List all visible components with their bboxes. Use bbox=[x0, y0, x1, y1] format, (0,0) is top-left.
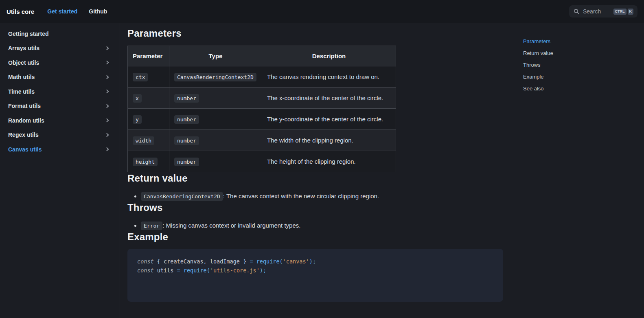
param-cell: y bbox=[128, 109, 169, 130]
code-token: createCanvas bbox=[164, 258, 204, 265]
code-token bbox=[154, 267, 157, 274]
sidebar-nav: Getting startedArrays utilsObject utilsM… bbox=[8, 26, 110, 157]
sidebar-item-label: Format utils bbox=[8, 103, 41, 109]
type-cell: number bbox=[169, 151, 262, 172]
table-row: ynumberThe y-coordinate of the center of… bbox=[128, 109, 396, 130]
search-hotkeys: CTRL K bbox=[613, 9, 634, 15]
param-cell: ctx bbox=[128, 66, 169, 88]
table-header-type: Type bbox=[169, 46, 262, 66]
code-token: 'utils-core.js' bbox=[210, 267, 260, 274]
table-row: xnumberThe x-coordinate of the center of… bbox=[128, 88, 396, 109]
throws-text: : Missing canvas context or invalid argu… bbox=[162, 222, 300, 229]
code-token: ); bbox=[260, 267, 266, 274]
ctrl-key-badge: CTRL bbox=[613, 9, 626, 15]
type-code: number bbox=[174, 94, 199, 103]
code-token: require bbox=[184, 267, 207, 274]
throws-heading: Throws bbox=[127, 202, 516, 213]
list-item: CanvasRenderingContext2D: The canvas con… bbox=[141, 191, 516, 202]
toc-item-see-also[interactable]: See also bbox=[523, 83, 636, 94]
table-row: ctxCanvasRenderingContext2DThe canvas re… bbox=[128, 66, 396, 88]
sidebar-item-canvas-utils[interactable]: Canvas utils bbox=[8, 142, 110, 157]
chevron-right-icon bbox=[105, 46, 109, 50]
code-token bbox=[180, 267, 184, 274]
nav-link-get-started[interactable]: Get started bbox=[47, 8, 77, 15]
description-cell: The y-coordinate of the center of the ci… bbox=[262, 109, 396, 130]
sidebar-item-label: Regex utils bbox=[8, 132, 39, 138]
sidebar-item-regex-utils[interactable]: Regex utils bbox=[8, 128, 110, 143]
code-line: const utils = require('utils-core.js'); bbox=[137, 266, 493, 275]
search-button[interactable]: Search CTRL K bbox=[569, 5, 637, 18]
sidebar: Getting startedArrays utilsObject utilsM… bbox=[0, 23, 120, 318]
param-code: width bbox=[133, 136, 154, 145]
list-item: Error: Missing canvas context or invalid… bbox=[141, 221, 516, 231]
code-token: const bbox=[137, 258, 154, 265]
param-cell: width bbox=[128, 130, 169, 151]
page-layout: Getting startedArrays utilsObject utilsM… bbox=[0, 23, 644, 318]
param-cell: x bbox=[128, 88, 169, 109]
toc-item-example[interactable]: Example bbox=[523, 71, 636, 83]
example-heading: Example bbox=[127, 231, 516, 243]
code-token: , bbox=[204, 258, 210, 265]
toc-item-parameters[interactable]: Parameters bbox=[523, 35, 636, 47]
type-code: number bbox=[174, 158, 199, 166]
description-cell: The width of the clipping region. bbox=[262, 130, 396, 151]
chevron-right-icon bbox=[105, 90, 109, 94]
parameters-heading: Parameters bbox=[127, 27, 516, 39]
throws-error-code: Error bbox=[141, 222, 162, 230]
throws-list: Error: Missing canvas context or invalid… bbox=[127, 221, 516, 231]
return-value-heading: Return value bbox=[127, 172, 516, 184]
params-table-head-row: ParameterTypeDescription bbox=[128, 46, 396, 66]
type-cell: number bbox=[169, 109, 262, 130]
chevron-right-icon bbox=[105, 104, 109, 108]
k-key-badge: K bbox=[628, 9, 634, 15]
sidebar-item-object-utils[interactable]: Object utils bbox=[8, 55, 110, 70]
return-type-code: CanvasRenderingContext2D bbox=[141, 192, 223, 201]
sidebar-item-arrays-utils[interactable]: Arrays utils bbox=[8, 41, 110, 56]
sidebar-item-label: Math utils bbox=[8, 74, 35, 80]
return-value-text: : The canvas context with the new circul… bbox=[223, 193, 379, 200]
code-token: { bbox=[154, 258, 164, 265]
code-token bbox=[173, 267, 177, 274]
toc-list: ParametersReturn valueThrowsExampleSee a… bbox=[516, 35, 636, 94]
toc-item-return-value[interactable]: Return value bbox=[523, 47, 636, 59]
sidebar-item-time-utils[interactable]: Time utils bbox=[8, 84, 110, 99]
type-cell: number bbox=[169, 88, 262, 109]
toc-item-throws[interactable]: Throws bbox=[523, 59, 636, 71]
code-token: = bbox=[177, 267, 180, 274]
sidebar-item-label: Canvas utils bbox=[8, 146, 42, 153]
table-header-parameter: Parameter bbox=[128, 46, 169, 66]
type-cell: CanvasRenderingContext2D bbox=[169, 66, 262, 88]
chevron-right-icon bbox=[105, 61, 109, 65]
sidebar-item-getting-started[interactable]: Getting started bbox=[8, 26, 110, 41]
chevron-right-icon bbox=[105, 147, 109, 151]
nav-link-github[interactable]: Github bbox=[89, 8, 107, 15]
code-token: 'canvas' bbox=[283, 258, 309, 265]
code-token: utils bbox=[157, 267, 174, 274]
type-code: number bbox=[174, 136, 199, 145]
description-cell: The height of the clipping region. bbox=[262, 151, 396, 172]
description-cell: The canvas rendering context to draw on. bbox=[262, 66, 396, 88]
search-label: Search bbox=[583, 8, 601, 15]
code-token bbox=[253, 258, 256, 265]
code-token: ( bbox=[280, 258, 283, 265]
param-cell: height bbox=[128, 151, 169, 172]
table-row: widthnumberThe width of the clipping reg… bbox=[128, 130, 396, 151]
sidebar-item-random-utils[interactable]: Random utils bbox=[8, 113, 110, 128]
params-table-body: ctxCanvasRenderingContext2DThe canvas re… bbox=[128, 66, 396, 172]
description-cell: The x-coordinate of the center of the ci… bbox=[262, 88, 396, 109]
table-of-contents: ParametersReturn valueThrowsExampleSee a… bbox=[516, 23, 644, 318]
brand-title[interactable]: Utils core bbox=[7, 8, 34, 15]
code-line: const { createCanvas, loadImage } = requ… bbox=[137, 257, 493, 266]
param-code: ctx bbox=[133, 73, 148, 81]
table-row: heightnumberThe height of the clipping r… bbox=[128, 151, 396, 172]
example-code-block[interactable]: const { createCanvas, loadImage } = requ… bbox=[127, 249, 503, 302]
param-code: x bbox=[133, 94, 142, 103]
sidebar-item-label: Getting started bbox=[8, 31, 49, 37]
chevron-right-icon bbox=[105, 133, 109, 137]
sidebar-item-format-utils[interactable]: Format utils bbox=[8, 99, 110, 114]
sidebar-item-label: Arrays utils bbox=[8, 45, 39, 51]
sidebar-item-math-utils[interactable]: Math utils bbox=[8, 70, 110, 85]
type-code: number bbox=[174, 115, 199, 124]
search-icon bbox=[573, 8, 580, 15]
code-token: const bbox=[137, 267, 154, 274]
